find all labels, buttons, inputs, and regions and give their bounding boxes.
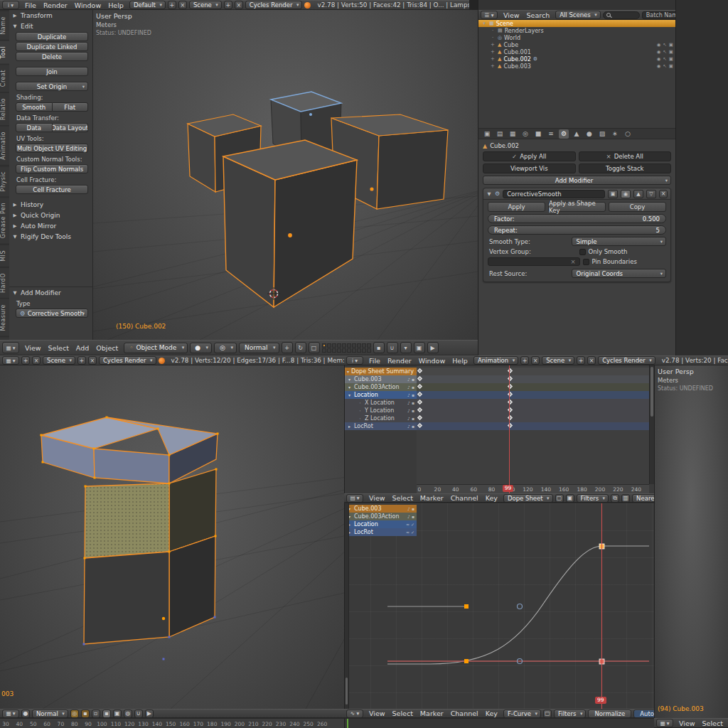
shelf-panel-transform[interactable]: ▶Transform — [9, 11, 92, 21]
shelf-button-flat[interactable]: Flat — [53, 102, 89, 112]
mute-icon[interactable]: ♪ — [407, 506, 410, 511]
mode-dropdown[interactable]: ◦Object Mode — [124, 343, 188, 353]
properties-tab-texture[interactable]: ▨ — [597, 129, 607, 139]
rest-source-dropdown[interactable]: Original Coords — [572, 269, 667, 278]
modifier-edit-toggle[interactable]: ▲ — [633, 190, 643, 198]
shelf-button-data[interactable]: Data — [16, 123, 53, 132]
pin-boundaries-checkbox[interactable] — [583, 259, 589, 265]
shelf-panel-add-modifier[interactable]: ▼ Add Modifier — [9, 288, 92, 298]
vertex-select-button[interactable]: ▫ — [92, 710, 100, 718]
lock-icon[interactable]: ▪ — [412, 400, 414, 405]
menu-file[interactable]: File — [365, 357, 384, 365]
timeline-current-frame-line[interactable] — [347, 719, 348, 728]
snap-mode-dropdown[interactable]: ▾ — [400, 342, 412, 353]
delete-scene-button[interactable]: × — [88, 356, 97, 365]
menu-key[interactable]: Key — [482, 494, 501, 502]
properties-tab-world[interactable]: ◎ — [520, 129, 530, 139]
curve-visibility-icon[interactable]: ≈ — [406, 522, 410, 527]
visibility-icon[interactable]: ◉ — [657, 63, 661, 69]
modifier-view-toggle[interactable]: ◉ — [621, 190, 631, 198]
channel-expand-icon[interactable]: ▾ — [347, 385, 352, 390]
expand-icon[interactable]: + — [490, 63, 496, 69]
shelf-tab-grease-pen[interactable]: Grease Pen — [0, 198, 9, 243]
channel-z-location[interactable]: ·Z Location♪▪ — [345, 414, 417, 422]
visibility-icon[interactable]: ◉ — [657, 56, 661, 62]
shelf-panel-history[interactable]: ▶History — [9, 200, 92, 210]
mute-icon[interactable]: ♪ — [407, 408, 410, 413]
shelf-button-join[interactable]: Join — [16, 67, 88, 76]
face-select-button[interactable]: ▣ — [113, 710, 122, 718]
outliner-row-cube-002[interactable]: +▲Cube.002⚙◉↖▣ — [478, 55, 675, 63]
menu-object[interactable]: Object — [92, 344, 122, 352]
screen-layout-dropdown[interactable]: Default — [129, 1, 166, 9]
layers-widget[interactable] — [322, 343, 371, 353]
shading-dropdown[interactable]: ● — [21, 710, 30, 718]
menu-render[interactable]: Render — [384, 357, 415, 365]
menu-view[interactable]: View — [675, 719, 699, 727]
graph-editor[interactable]: 99 ▾Cube.003♪▪▾Cube.003Action♪▪▸Location… — [344, 503, 654, 709]
renderability-icon[interactable]: ▣ — [669, 63, 673, 69]
proportional-edit-button[interactable]: ◎ — [70, 710, 79, 718]
render-engine-dropdown[interactable]: Cycles Render — [99, 356, 156, 365]
selectability-icon[interactable]: ↖ — [663, 42, 666, 48]
mute-icon[interactable]: ♪ — [416, 369, 417, 374]
mute-icon[interactable]: ♪ — [407, 424, 410, 429]
add-scene-button[interactable]: + — [577, 356, 585, 365]
lock-icon[interactable]: ▪ — [412, 424, 414, 429]
render-engine-dropdown[interactable]: Cycles Render — [245, 1, 303, 9]
channel-location[interactable]: ▾Location♪▪ — [345, 391, 417, 399]
menu-window[interactable]: Window — [415, 357, 449, 365]
selectability-icon[interactable]: ↖ — [663, 49, 666, 55]
filters-dropdown[interactable]: Filters — [554, 710, 586, 718]
graph-mode-dropdown[interactable]: F-Curve — [503, 710, 541, 718]
delete-layout-button[interactable]: × — [32, 356, 41, 365]
shelf-tab-name[interactable]: Name — [0, 11, 9, 40]
channel-location[interactable]: ▸Location≈✓ — [345, 520, 417, 528]
expand-icon[interactable]: ▾ — [481, 21, 487, 26]
editor-type-3dview-icon[interactable]: ▦ ▾ — [656, 719, 673, 727]
add-modifier-dropdown[interactable]: Add Modifier — [483, 176, 671, 185]
auto-button[interactable]: Auto — [633, 710, 654, 718]
properties-tab-data[interactable]: ▲ — [572, 129, 582, 139]
properties-tab-render[interactable]: ▣ — [482, 129, 492, 139]
menu-select[interactable]: Select — [699, 719, 727, 727]
factor-field[interactable]: Factor:0.500 — [488, 214, 666, 223]
menu-search[interactable]: Search — [523, 11, 554, 19]
properties-tab-object[interactable]: ■ — [533, 129, 543, 139]
render-opengl-button[interactable]: ▣ — [414, 342, 425, 353]
channel-expand-icon[interactable]: · — [358, 400, 363, 405]
renderability-icon[interactable]: ▣ — [669, 49, 673, 55]
channel-expand-icon[interactable]: ▾ — [347, 377, 352, 382]
lock-button[interactable]: ▪ — [373, 342, 385, 353]
properties-tab-modifiers[interactable]: ⚙ — [559, 129, 569, 139]
occlude-button[interactable]: ◍ — [124, 710, 132, 718]
shelf-button-flip-custom-normals[interactable]: Flip Custom Normals — [16, 164, 88, 173]
shading-dropdown[interactable]: ● — [190, 343, 212, 353]
only-selected-button[interactable]: ▢ — [543, 710, 552, 718]
edge-select-button[interactable]: ▪ — [102, 710, 111, 718]
outliner-search-input[interactable] — [603, 11, 640, 19]
toggle-stack-button[interactable]: Toggle Stack — [579, 164, 672, 173]
normalize-button[interactable]: Normalize — [588, 710, 631, 718]
viewport-3d-side[interactable]: User Persp Meters Status: UNDEFINED (94)… — [654, 365, 728, 718]
channel-cube-003action[interactable]: ▾Cube.003Action♪▪ — [345, 513, 417, 520]
current-frame-line[interactable] — [601, 503, 602, 710]
channel-expand-icon[interactable]: · — [358, 416, 363, 421]
summary-toggle-button[interactable]: ▢ — [555, 494, 564, 503]
menu-select[interactable]: Select — [389, 494, 417, 502]
editor-type-info-icon[interactable]: i ▾ — [2, 1, 19, 9]
outliner-display-dropdown[interactable]: All Scenes — [555, 11, 601, 19]
only-smooth-checkbox[interactable] — [579, 249, 586, 255]
outliner-row-scene[interactable]: ▾▦Scene — [478, 20, 675, 27]
timeline-sliver[interactable] — [344, 718, 654, 728]
editor-type-info-icon[interactable]: i ▾ — [346, 356, 363, 365]
add-scene-button[interactable]: + — [224, 1, 232, 9]
viewport-vis-button[interactable]: Viewport Vis — [483, 164, 576, 173]
properties-tab-particles[interactable]: ∗ — [610, 129, 620, 139]
shelf-button-smooth[interactable]: Smooth — [16, 102, 53, 112]
add-layout-button[interactable]: + — [168, 1, 176, 9]
expand-icon[interactable]: + — [490, 56, 496, 62]
filters-dropdown[interactable]: Filters — [577, 494, 609, 503]
shelf-panel-edit[interactable]: ▼Edit — [9, 21, 92, 31]
expand-icon[interactable]: + — [490, 49, 496, 55]
